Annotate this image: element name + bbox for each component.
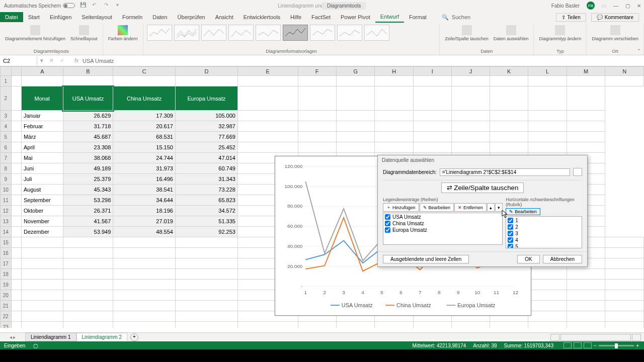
- axis-item-label: 3: [515, 231, 518, 236]
- add-sheet-button[interactable]: +: [130, 333, 138, 341]
- tab-pagelayout[interactable]: Seitenlayout: [76, 12, 117, 22]
- change-chart-type-button[interactable]: Diagrammtyp ändern: [537, 24, 583, 42]
- minimize-icon[interactable]: —: [613, 3, 618, 9]
- add-icon: ＋: [386, 204, 391, 211]
- series-listbox[interactable]: USA UmsatzChina UmsatzEuropa Umsatz: [383, 213, 503, 245]
- edit-axis-button[interactable]: ✎Bearbeiten: [506, 208, 540, 215]
- tab-data[interactable]: Daten: [147, 12, 172, 22]
- collapse-ribbon-icon[interactable]: ⌃: [637, 48, 641, 53]
- move-up-button[interactable]: ▴: [487, 203, 495, 212]
- zoom-out-icon[interactable]: −: [594, 343, 597, 348]
- axis-checkbox[interactable]: [508, 237, 513, 243]
- ribbon-search[interactable]: 🔍 Suchen: [442, 14, 470, 21]
- tab-file[interactable]: Datei: [0, 12, 23, 22]
- series-checkbox[interactable]: [385, 227, 390, 233]
- remove-series-button[interactable]: ✕Entfernen: [454, 203, 487, 212]
- chart-style-6[interactable]: [283, 25, 308, 41]
- dropdown-icon[interactable]: ▾: [37, 57, 46, 64]
- axis-item-label: 1: [515, 218, 518, 223]
- qat-more-icon[interactable]: ▾: [116, 2, 123, 9]
- cancel-edit-icon[interactable]: ✕: [46, 57, 57, 64]
- add-chart-element-button[interactable]: Diagrammelement hinzufügen: [3, 24, 67, 42]
- chart-style-8[interactable]: [337, 25, 362, 41]
- page-layout-view-icon[interactable]: [574, 342, 582, 348]
- save-icon[interactable]: 💾: [80, 2, 87, 9]
- axis-item-label: 5: [515, 244, 518, 248]
- redo-icon[interactable]: ↷: [104, 2, 111, 9]
- avatar[interactable]: FB: [587, 2, 595, 10]
- stat-average: Mittelwert: 42213,98174: [413, 343, 466, 348]
- chart-style-3[interactable]: [201, 25, 226, 41]
- ok-button[interactable]: OK: [517, 255, 539, 263]
- edit-series-button[interactable]: ✎Bearbeiten: [420, 203, 454, 212]
- series-item-label: USA Umsatz: [392, 214, 421, 220]
- tab-developer[interactable]: Entwicklertools: [238, 12, 285, 22]
- chart-style-4[interactable]: [228, 25, 254, 41]
- change-colors-button[interactable]: Farben ändern: [106, 24, 140, 42]
- quick-layout-button[interactable]: Schnelllayout: [68, 24, 100, 42]
- move-chart-button[interactable]: Diagramm verschieben: [590, 24, 640, 42]
- sheet-tab-2[interactable]: Liniendiagramm 2: [76, 333, 128, 341]
- tab-format[interactable]: Format: [404, 12, 432, 22]
- contextual-tools-label: Diagrammtools: [322, 2, 366, 10]
- sheet-tab-1[interactable]: Liniendiagramm 1: [25, 333, 76, 341]
- tab-formulas[interactable]: Formeln: [117, 12, 147, 22]
- name-box[interactable]: C2: [0, 57, 37, 65]
- undo-icon[interactable]: ↶: [92, 2, 99, 9]
- autosave-toggle[interactable]: Automatisches Speichern: [4, 3, 75, 9]
- worksheet-grid[interactable]: ABCDEFGHIJKLMN12MonatUSA UmsatzChina Ums…: [0, 66, 644, 328]
- svg-text:China Umsatz: China Umsatz: [396, 302, 431, 308]
- hscroll-track[interactable]: [560, 334, 631, 341]
- series-checkbox[interactable]: [385, 214, 390, 220]
- tab-view[interactable]: Ansicht: [210, 12, 238, 22]
- chart-range-input[interactable]: [440, 168, 570, 176]
- select-data-button[interactable]: Daten auswählen: [492, 24, 531, 42]
- add-series-button[interactable]: ＋Hinzufügen: [383, 203, 419, 212]
- maximize-icon[interactable]: ▢: [625, 3, 630, 9]
- dialog-title: Datenquelle auswählen: [378, 155, 587, 165]
- tab-factset[interactable]: FactSet: [306, 12, 336, 22]
- chart-style-2[interactable]: [174, 25, 199, 41]
- comments-button[interactable]: 💬Kommentare: [591, 13, 639, 22]
- tab-powerpivot[interactable]: Power Pivot: [336, 12, 375, 22]
- series-checkbox[interactable]: [385, 221, 390, 226]
- range-picker-icon[interactable]: [573, 168, 582, 176]
- chart-style-9[interactable]: [364, 25, 389, 41]
- axis-checkbox[interactable]: [508, 231, 513, 236]
- confirm-edit-icon[interactable]: ✓: [57, 57, 67, 64]
- sheet-nav[interactable]: ◂ ▸: [0, 334, 25, 340]
- chart-style-5[interactable]: [256, 25, 281, 41]
- close-icon[interactable]: ✕: [637, 3, 641, 9]
- ribbon-body: Diagrammelement hinzufügen Schnelllayout…: [0, 23, 644, 55]
- tab-review[interactable]: Überprüfen: [173, 12, 210, 22]
- hidden-cells-button[interactable]: Ausgeblendete und leere Zellen: [383, 255, 469, 263]
- hscroll-left[interactable]: [550, 334, 559, 341]
- zoom-in-icon[interactable]: +: [636, 343, 639, 348]
- formula-input[interactable]: USA Umsatz: [67, 57, 119, 65]
- switch-row-col-dialog-button[interactable]: ⇄ Zeile/Spalte tauschen: [441, 183, 524, 193]
- chart-style-1[interactable]: [147, 25, 172, 41]
- page-break-view-icon[interactable]: [584, 342, 592, 348]
- switch-row-col-button[interactable]: Zeile/Spalte tauschen: [443, 24, 491, 42]
- remove-icon: ✕: [458, 205, 462, 210]
- series-item-label: Europa Umsatz: [392, 227, 427, 233]
- macro-record-icon[interactable]: ▢: [33, 343, 38, 348]
- share-button[interactable]: ⇪Teilen: [556, 13, 586, 22]
- axis-checkbox[interactable]: [508, 244, 513, 248]
- chart-style-7[interactable]: [310, 25, 335, 41]
- axis-listbox[interactable]: 12345: [506, 216, 582, 248]
- tab-help[interactable]: Hilfe: [285, 12, 306, 22]
- status-bar: Eingeben ▢ Mittelwert: 42213,98174 Anzah…: [0, 341, 644, 349]
- tab-start[interactable]: Start: [23, 12, 45, 22]
- stat-sum: Summe: 1519703,343: [504, 343, 553, 348]
- cancel-button[interactable]: Abbrechen: [543, 255, 582, 263]
- tab-design[interactable]: Entwurf: [375, 12, 404, 23]
- group-loc-label: Ort: [590, 49, 640, 54]
- tab-insert[interactable]: Einfügen: [45, 12, 76, 22]
- normal-view-icon[interactable]: [564, 342, 572, 348]
- svg-text:11: 11: [494, 290, 500, 295]
- axis-checkbox[interactable]: [508, 224, 513, 230]
- ribbon-options-icon[interactable]: ▭: [602, 3, 606, 9]
- hscroll-right[interactable]: [632, 334, 641, 341]
- zoom-slider[interactable]: [599, 345, 634, 346]
